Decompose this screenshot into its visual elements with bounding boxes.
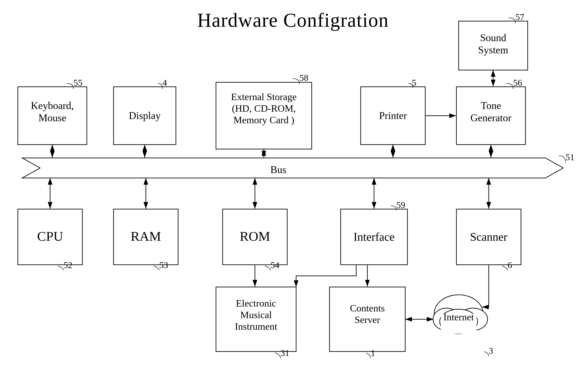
internet-cloud: Internet xyxy=(433,295,488,334)
svg-text:Display: Display xyxy=(129,110,161,121)
arrow-scanner-internet xyxy=(482,265,489,307)
svg-text:Instrument: Instrument xyxy=(235,321,277,332)
svg-text:Scanner: Scanner xyxy=(470,230,507,243)
ref-59: 59 xyxy=(396,200,405,210)
ref-3: 3 xyxy=(489,346,493,356)
svg-text:Server: Server xyxy=(355,314,380,325)
svg-text:Interface: Interface xyxy=(354,230,395,243)
ref-31: 31 xyxy=(280,348,289,358)
ref-56: 56 xyxy=(513,78,522,88)
diagram-svg: Bus 51 Keyboard, Mouse 55 Display 4 Exte… xyxy=(0,0,586,392)
svg-text:Keyboard,: Keyboard, xyxy=(31,100,74,111)
ref-4: 4 xyxy=(163,78,167,88)
svg-text:Musical: Musical xyxy=(240,310,272,320)
svg-text:External Storage: External Storage xyxy=(231,92,297,102)
ref-57: 57 xyxy=(515,12,524,22)
ref-52: 52 xyxy=(64,260,72,270)
bus-label: Bus xyxy=(270,164,286,175)
svg-text:Printer: Printer xyxy=(379,110,407,121)
svg-text:CPU: CPU xyxy=(37,229,63,244)
ref-54: 54 xyxy=(270,260,279,270)
arrow-interface-emi xyxy=(296,265,356,287)
svg-text:(HD, CD-ROM,: (HD, CD-ROM, xyxy=(232,103,296,114)
ref-58: 58 xyxy=(300,73,308,83)
svg-text:Tone: Tone xyxy=(481,100,501,111)
svg-text:Internet: Internet xyxy=(444,312,474,322)
ref-55: 55 xyxy=(74,78,82,88)
svg-marker-0 xyxy=(22,158,563,178)
svg-text:System: System xyxy=(478,44,508,56)
svg-text:Electronic: Electronic xyxy=(236,298,276,309)
ref-53: 53 xyxy=(159,260,168,270)
ref-bus: 51 xyxy=(565,152,574,162)
svg-text:Memory Card ): Memory Card ) xyxy=(233,114,294,126)
ref-1: 1 xyxy=(371,348,375,358)
diagram: Hardware Configration Bus 51 Keyboard, M… xyxy=(0,0,586,392)
svg-text:Contents: Contents xyxy=(350,303,385,314)
svg-text:Generator: Generator xyxy=(470,112,511,124)
svg-text:Mouse: Mouse xyxy=(38,112,66,124)
ref-6: 6 xyxy=(508,260,512,270)
svg-text:Sound: Sound xyxy=(480,32,506,44)
svg-text:RAM: RAM xyxy=(131,229,161,244)
svg-text:ROM: ROM xyxy=(240,229,270,244)
